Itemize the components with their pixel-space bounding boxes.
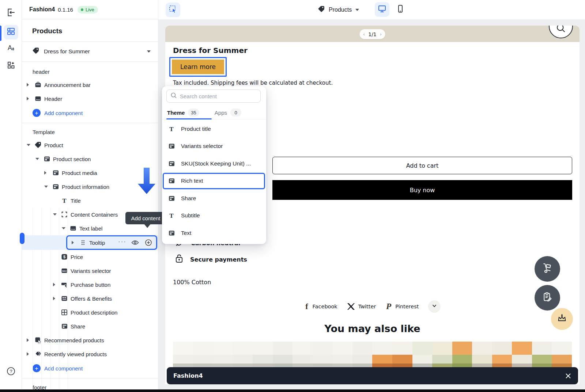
svg-text:$: $ — [63, 255, 65, 259]
svg-text:T: T — [169, 126, 174, 132]
tree-item-purchase-button[interactable]: Purchase button — [22, 278, 158, 292]
tree-item-recently-viewed-products[interactable]: Recently viewed products — [22, 347, 158, 361]
content-option-rich-text[interactable]: Rich text — [162, 172, 266, 190]
tree-item-announcement-bar[interactable]: Announcement bar — [22, 78, 158, 92]
magnifier-icon — [556, 26, 566, 35]
exit-icon — [6, 8, 16, 19]
caret-right-icon[interactable] — [72, 241, 78, 244]
chevron-right-icon[interactable]: › — [380, 31, 382, 37]
page-type-dropdown[interactable]: Products — [318, 0, 359, 19]
more-options-button[interactable]: ··· — [118, 239, 127, 247]
browser-icon — [34, 95, 42, 102]
share-link-twitter[interactable]: Twitter — [347, 303, 376, 310]
tree-item-price[interactable]: $Price — [22, 250, 158, 264]
recommended-products-thumbnails — [173, 342, 572, 367]
caret-down-icon[interactable] — [27, 144, 33, 146]
tree-item-header[interactable]: Header — [22, 92, 158, 106]
product-selector-dropdown[interactable]: Dress for Summer — [22, 42, 158, 62]
tree-item-variants-selector[interactable]: SKUVariants selector — [22, 264, 158, 278]
content-option-share[interactable]: Share — [162, 190, 266, 207]
caret-right-icon[interactable] — [44, 171, 50, 175]
select-tool-button[interactable] — [166, 3, 180, 17]
section-icon — [167, 177, 176, 185]
desktop-view-button[interactable] — [375, 2, 389, 17]
caret-down-icon[interactable] — [62, 227, 68, 229]
shipping-widget-button[interactable] — [535, 256, 560, 282]
add-to-cart-button[interactable]: Add to cart — [272, 157, 572, 174]
caret-down-icon[interactable] — [35, 158, 41, 160]
content-option-product-title[interactable]: TProduct title — [162, 120, 266, 138]
add-component-button[interactable]: +Add component — [22, 106, 158, 120]
add-content-tooltip: Add content — [125, 212, 166, 224]
tree-item-tooltip[interactable]: Tooltip··· — [22, 235, 158, 250]
help-button[interactable]: ? — [4, 365, 18, 379]
tag-icon — [318, 5, 325, 14]
content-option-text[interactable]: Text — [162, 224, 266, 242]
secure-payments-row: Secure payments — [175, 254, 247, 265]
svg-text:P: P — [386, 302, 392, 311]
content-option-subtitle[interactable]: TSubtitle — [162, 207, 266, 225]
caret-right-icon[interactable] — [27, 83, 33, 87]
content-search-box[interactable] — [166, 90, 261, 103]
thumbnail-pixel-row — [173, 364, 572, 367]
tab-apps[interactable]: Apps 0 — [215, 109, 241, 117]
sidebar-item-sections[interactable] — [4, 25, 18, 39]
handtruck-icon — [541, 262, 553, 275]
caret-right-icon[interactable] — [27, 338, 33, 342]
search-icon — [170, 92, 177, 100]
nav-rail: A ? — [0, 0, 22, 389]
product-title: Dress for Summer — [173, 46, 248, 55]
sku-icon: SKU — [61, 267, 68, 274]
close-icon[interactable] — [565, 373, 571, 379]
live-dot-icon — [81, 8, 83, 11]
caret-down-icon[interactable] — [44, 186, 50, 188]
buy-now-button[interactable]: Buy now — [272, 180, 572, 200]
thumbnail-pixel-row — [173, 342, 572, 355]
caret-right-icon[interactable] — [27, 352, 33, 356]
caret-right-icon[interactable] — [53, 297, 59, 300]
store-bottom-bar: Fashion4 — [167, 367, 578, 384]
add-content-button[interactable] — [144, 238, 153, 247]
caret-right-icon[interactable] — [53, 283, 59, 286]
theme-count-badge: 35 — [188, 109, 199, 117]
tags-icon — [34, 351, 42, 357]
rewards-widget-button[interactable] — [551, 308, 573, 330]
lock-icon — [175, 254, 184, 265]
select-tool-icon — [169, 5, 177, 15]
layout-icon — [7, 27, 15, 37]
content-option-sku-stock-keeping-unit[interactable]: SKU(Stock Keeping Unit) ... — [162, 155, 266, 172]
tree-item-offers-benefits[interactable]: Offers & Benefits — [22, 292, 158, 305]
share-link-pinterest[interactable]: PPinterest — [385, 302, 419, 311]
section-icon — [167, 142, 176, 150]
chevron-left-icon[interactable]: ‹ — [363, 31, 365, 37]
notes-widget-button[interactable] — [535, 285, 560, 311]
sidebar-item-apps[interactable] — [4, 58, 18, 73]
caret-right-icon[interactable] — [27, 97, 33, 100]
page-type-label: Products — [329, 7, 352, 13]
tab-theme[interactable]: Theme 35 — [167, 109, 199, 117]
tree-item-product[interactable]: Product — [22, 138, 158, 152]
learn-more-button[interactable]: Learn more — [172, 60, 224, 74]
sidebar-item-theme-styles[interactable]: A — [4, 42, 18, 56]
svg-text:T: T — [62, 197, 67, 204]
tree-item-product-section[interactable]: Product section — [22, 152, 158, 166]
share-more-button[interactable] — [428, 300, 441, 313]
search-input[interactable] — [180, 93, 257, 99]
tree-item-product-description[interactable]: Product description — [22, 305, 158, 319]
tag-icon — [32, 47, 39, 56]
add-component-button[interactable]: +Add component — [22, 361, 158, 376]
tree-item-share[interactable]: Share — [22, 319, 158, 333]
mobile-view-button[interactable] — [393, 2, 408, 17]
svg-text:SKU: SKU — [62, 270, 67, 272]
caret-down-icon[interactable] — [53, 213, 59, 216]
share-link-facebook[interactable]: fFacebook — [304, 302, 337, 311]
visibility-eye-button[interactable] — [131, 239, 139, 246]
section-icon — [52, 183, 59, 190]
tree-item-recommended-products[interactable]: Recommended products — [22, 333, 158, 347]
popup-tabs: Theme 35 Apps 0 — [162, 106, 266, 119]
svg-text:?: ? — [10, 369, 12, 374]
tree-divider — [22, 378, 158, 378]
content-option-variants-selector[interactable]: Variants selector — [162, 138, 266, 155]
exit-editor-button[interactable] — [4, 6, 18, 20]
theme-name: Fashion4 — [29, 6, 55, 13]
